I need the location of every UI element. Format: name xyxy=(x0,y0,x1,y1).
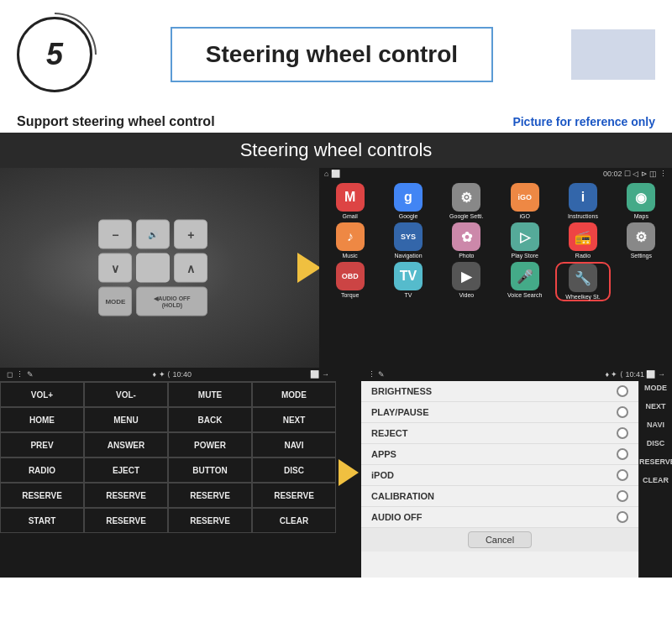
app-maps[interactable]: ◉ Maps xyxy=(614,183,669,219)
bottom-section: ◻ ⋮ ✎ ♦ ✦ ⟨ 10:40 ⬜ → VOL+ VOL- MUTE MOD… xyxy=(0,368,672,578)
app-instructions[interactable]: i Instructions xyxy=(555,183,610,219)
btn-reserve-1[interactable]: RESERVE xyxy=(0,483,84,508)
side-btn-clear: CLEAR xyxy=(639,473,672,487)
steer-btn-audio-off: ◀AUDIO OFF(HOLD) xyxy=(136,287,207,316)
support-text: Support steering wheel control xyxy=(17,114,215,129)
menu-item-brightness[interactable]: BRIGHTNESS xyxy=(361,381,638,402)
btn-home[interactable]: HOME xyxy=(0,407,84,432)
top-section: 5 Steering wheel control xyxy=(0,0,672,109)
app-igo[interactable]: iGO iGO xyxy=(497,183,552,219)
steering-photo: − 🔊 + ∨ ∧ MODE ◀AUDIO OFF(HOLD) xyxy=(0,168,319,368)
btn-mode[interactable]: MODE xyxy=(252,382,336,407)
steer-btn-vol-icon: 🔊 xyxy=(136,220,170,249)
side-btn-next: NEXT xyxy=(639,400,672,413)
title-border: Steering wheel control xyxy=(171,27,493,82)
btn-disc[interactable]: DISC xyxy=(252,457,336,483)
main-image-content: − 🔊 + ∨ ∧ MODE ◀AUDIO OFF(HOLD) ⌂ ⬜ 00:0… xyxy=(0,168,672,368)
btn-start[interactable]: START xyxy=(0,508,84,533)
side-btn-disc: DISC xyxy=(639,437,672,450)
menu-item-calibration[interactable]: CALIBRATION xyxy=(361,486,638,507)
app-radio[interactable]: 📻 Radio xyxy=(555,222,610,259)
menu-item-reject[interactable]: REJECT xyxy=(361,423,638,444)
btn-vol-plus[interactable]: VOL+ xyxy=(0,382,84,407)
btn-back[interactable]: BACK xyxy=(168,407,252,432)
btn-radio[interactable]: RADIO xyxy=(0,457,84,483)
title-box: Steering wheel control xyxy=(109,27,554,82)
btn-eject[interactable]: EJECT xyxy=(84,457,168,483)
btn-menu[interactable]: MENU xyxy=(84,407,168,432)
app-tv[interactable]: TV TV xyxy=(381,262,435,301)
radio-playpause[interactable] xyxy=(617,406,628,418)
step-number: 5 xyxy=(17,17,92,92)
bottom-right: ⋮ ✎ ♦ ✦ ⟨ 10:41 ⬜ → BRIGHTNESS PLAY/PAUS… xyxy=(361,368,672,578)
steer-btn-prev: ∨ xyxy=(98,254,132,283)
app-settings[interactable]: ⚙ Settings xyxy=(614,222,669,259)
arrow-right-main xyxy=(297,253,319,283)
steer-btn-plus: + xyxy=(174,220,207,249)
btn-reserve-5[interactable]: RESERVE xyxy=(84,508,168,533)
app-navigation[interactable]: SYS Navigation xyxy=(381,222,435,259)
bottom-arrow-container xyxy=(336,368,361,578)
menu-item-audio-off[interactable]: AUDIO OFF xyxy=(361,507,638,528)
app-google-settings[interactable]: ⚙ Google Setti. xyxy=(439,183,494,219)
btn-button[interactable]: BUTTON xyxy=(168,457,252,483)
btn-clear[interactable]: CLEAR xyxy=(252,508,336,533)
radio-apps[interactable] xyxy=(617,448,628,460)
radio-audio-off[interactable] xyxy=(617,511,628,523)
bottom-arrow-right xyxy=(339,459,359,486)
page-title: Steering wheel control xyxy=(206,41,458,67)
btn-navi[interactable]: NAVI xyxy=(252,432,336,457)
menu-item-playpause[interactable]: PLAY/PAUSE xyxy=(361,402,638,423)
menu-cancel-row: Cancel xyxy=(361,528,638,552)
android-statusbar: ⌂ ⬜ 00:02 ☐ ◁ ⊳ ◫ ⋮ xyxy=(319,168,672,180)
steer-btn-next: ∧ xyxy=(174,254,207,283)
btn-mute[interactable]: MUTE xyxy=(168,382,252,407)
app-torque[interactable]: OBD Torque xyxy=(323,262,377,301)
bottom-right-statusbar: ⋮ ✎ ♦ ✦ ⟨ 10:41 ⬜ → xyxy=(361,368,672,381)
side-labels: MODE NEXT NAVI DISC RESERVE CLEAR xyxy=(638,381,672,578)
android-screen: ⌂ ⬜ 00:02 ☐ ◁ ⊳ ◫ ⋮ M Gmail g Google ⚙ G… xyxy=(319,168,672,368)
app-voice-search[interactable]: 🎤 Voice Search xyxy=(497,262,552,301)
steer-btn-minus: − xyxy=(98,220,132,249)
app-video[interactable]: ▶ Video xyxy=(439,262,494,301)
side-btn-mode: MODE xyxy=(639,381,672,395)
subtitle-row: Support steering wheel control Picture f… xyxy=(0,109,672,133)
radio-reject[interactable] xyxy=(617,427,628,439)
btn-prev[interactable]: PREV xyxy=(0,432,84,457)
app-play-store[interactable]: ▷ Play Store xyxy=(497,222,552,259)
menu-item-apps[interactable]: APPS xyxy=(361,444,638,465)
btn-vol-minus[interactable]: VOL- xyxy=(84,382,168,407)
button-grid: VOL+ VOL- MUTE MODE HOME MENU BACK NEXT … xyxy=(0,381,336,533)
steer-btn-mode: MODE xyxy=(98,287,132,316)
app-gmail[interactable]: M Gmail xyxy=(323,183,377,219)
bottom-left-statusbar: ◻ ⋮ ✎ ♦ ✦ ⟨ 10:40 ⬜ → xyxy=(0,368,336,381)
app-grid: M Gmail g Google ⚙ Google Setti. iGO iGO… xyxy=(319,180,672,305)
btn-reserve-6[interactable]: RESERVE xyxy=(168,508,252,533)
side-btn-reserve: RESERVE xyxy=(639,455,672,468)
radio-brightness[interactable] xyxy=(617,385,628,397)
btn-next[interactable]: NEXT xyxy=(252,407,336,432)
top-right-decoration xyxy=(571,29,655,80)
menu-panel: BRIGHTNESS PLAY/PAUSE REJECT APPS iPOD xyxy=(361,381,638,578)
app-photo[interactable]: ✿ Photo xyxy=(439,222,494,259)
app-google[interactable]: g Google xyxy=(381,183,435,219)
btn-answer[interactable]: ANSWER xyxy=(84,432,168,457)
btn-power[interactable]: POWER xyxy=(168,432,252,457)
btn-reserve-2[interactable]: RESERVE xyxy=(84,483,168,508)
radio-calibration[interactable] xyxy=(617,490,628,502)
main-image-section: Steering wheel controls − 🔊 + ∨ ∧ MODE ◀… xyxy=(0,133,672,368)
side-btn-navi: NAVI xyxy=(639,418,672,431)
reference-text: Picture for reference only xyxy=(512,115,655,128)
menu-item-ipod[interactable]: iPOD xyxy=(361,465,638,486)
radio-ipod[interactable] xyxy=(617,469,628,481)
app-wheelkey[interactable]: 🔧 Wheelkey St. xyxy=(555,262,610,301)
main-image-title: Steering wheel controls xyxy=(0,133,672,168)
app-music[interactable]: ♪ Music xyxy=(323,222,377,259)
cancel-button[interactable]: Cancel xyxy=(468,531,532,548)
bottom-left: ◻ ⋮ ✎ ♦ ✦ ⟨ 10:40 ⬜ → VOL+ VOL- MUTE MOD… xyxy=(0,368,336,578)
btn-reserve-3[interactable]: RESERVE xyxy=(168,483,252,508)
panel-with-side: BRIGHTNESS PLAY/PAUSE REJECT APPS iPOD xyxy=(361,381,672,578)
btn-reserve-4[interactable]: RESERVE xyxy=(252,483,336,508)
